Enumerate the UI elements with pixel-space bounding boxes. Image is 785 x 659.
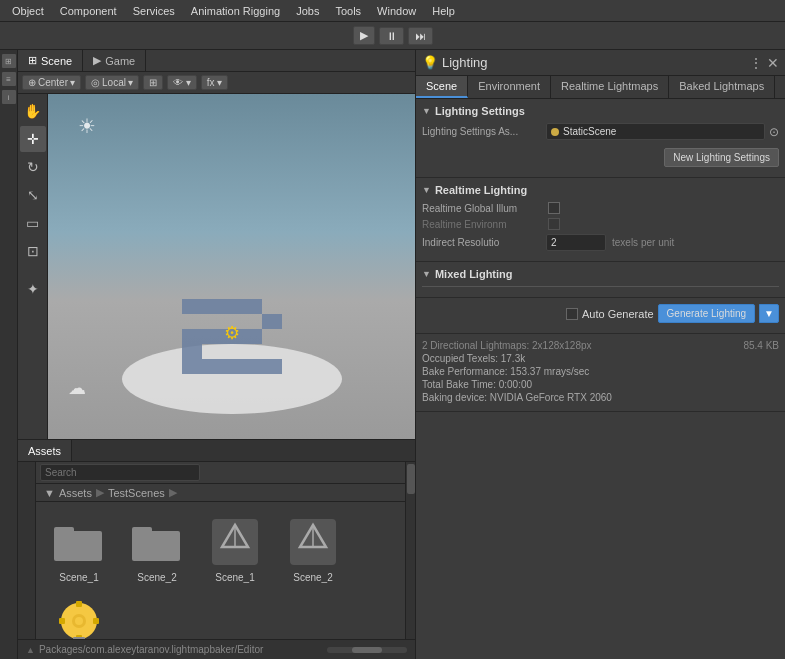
breadcrumb-assets[interactable]: Assets xyxy=(59,487,92,499)
asset-scene2-unity[interactable]: Scene_2 xyxy=(278,510,348,587)
ltab-realtime-lightmaps[interactable]: Realtime Lightmaps xyxy=(551,76,669,98)
lighting-panel-header: 💡 Lighting ⋮ ✕ xyxy=(416,50,785,76)
panel-menu-btn[interactable]: ⋮ xyxy=(749,55,763,71)
auto-generate-checkbox[interactable] xyxy=(566,308,578,320)
svg-rect-2 xyxy=(202,299,222,314)
cloud-icon: ☁ xyxy=(68,377,86,399)
menu-jobs[interactable]: Jobs xyxy=(288,3,327,19)
center-selector[interactable]: ⊕ Center ▾ xyxy=(22,75,81,90)
asset-staticscene[interactable]: StaticScene xyxy=(44,595,114,639)
vertical-tools: ✋ ✛ ↻ ⤡ ▭ ⊡ ✦ xyxy=(18,94,48,439)
realtime-header-label: Realtime Lighting xyxy=(435,184,527,196)
play-button[interactable]: ▶ xyxy=(353,26,375,45)
realtime-environ-row: Realtime Environm xyxy=(422,218,779,230)
lighting-asset-row: Lighting Settings As... StaticScene ⊙ xyxy=(422,123,779,140)
custom-tool[interactable]: ✦ xyxy=(20,276,46,302)
realtime-environ-checkbox[interactable] xyxy=(548,218,560,230)
svg-rect-10 xyxy=(182,344,202,359)
svg-rect-9 xyxy=(242,329,262,344)
panel-close-btn[interactable]: ✕ xyxy=(767,55,779,71)
center-icon: ⊕ xyxy=(28,77,36,88)
lighting-title: Lighting xyxy=(442,55,488,70)
asset-label-2: Scene_1 xyxy=(215,572,254,583)
svg-rect-6 xyxy=(182,329,202,344)
render-mode-button[interactable]: 👁 ▾ xyxy=(167,75,197,90)
realtime-header[interactable]: ▼ Realtime Lighting xyxy=(422,184,779,196)
breadcrumb-collapse[interactable]: ▼ xyxy=(44,487,55,499)
svg-rect-15 xyxy=(262,359,282,374)
svg-rect-11 xyxy=(182,359,202,374)
rect-tool[interactable]: ▭ xyxy=(20,210,46,236)
realtime-global-label: Realtime Global Illum xyxy=(422,203,542,214)
lighting-settings-header[interactable]: ▼ Lighting Settings xyxy=(422,105,779,117)
svg-rect-13 xyxy=(222,359,242,374)
svg-rect-19 xyxy=(132,531,180,561)
new-lighting-btn[interactable]: New Lighting Settings xyxy=(664,148,779,167)
svg-rect-31 xyxy=(76,601,82,607)
menu-animation-rigging[interactable]: Animation Rigging xyxy=(183,3,288,19)
ltab-environment[interactable]: Environment xyxy=(468,76,551,98)
asset-scene1-unity[interactable]: Scene_1 xyxy=(200,510,270,587)
asset-picker-btn[interactable]: ⊙ xyxy=(769,125,779,139)
rotate-tool[interactable]: ↻ xyxy=(20,154,46,180)
asset-label-0: Scene_1 xyxy=(59,572,98,583)
scene-svg: ⚙ xyxy=(122,239,342,419)
breadcrumb-testscenes[interactable]: TestScenes xyxy=(108,487,165,499)
move-tool[interactable]: ✛ xyxy=(20,126,46,152)
packages-collapse-btn[interactable]: ▲ xyxy=(26,645,35,655)
game-tab-icon: ▶ xyxy=(93,54,101,67)
ltab-baked-lightmaps[interactable]: Baked Lightmaps xyxy=(669,76,775,98)
sidebar-icon-layer[interactable]: ≡ xyxy=(2,72,16,86)
svg-rect-14 xyxy=(242,359,262,374)
mixed-header[interactable]: ▼ Mixed Lighting xyxy=(422,268,779,280)
sidebar-icon-info[interactable]: i xyxy=(2,90,16,104)
settings-triangle: ▼ xyxy=(422,106,431,116)
baking-device: Baking device: NVIDIA GeForce RTX 2060 xyxy=(422,392,779,403)
menu-component[interactable]: Component xyxy=(52,3,125,19)
lighting-asset-value[interactable]: StaticScene xyxy=(546,123,765,140)
lighting-panel-title: 💡 Lighting xyxy=(422,55,749,70)
scale-tool[interactable]: ⤡ xyxy=(20,182,46,208)
search-input[interactable] xyxy=(40,464,200,481)
realtime-environ-label: Realtime Environm xyxy=(422,219,542,230)
menu-tools[interactable]: Tools xyxy=(327,3,369,19)
search-bar xyxy=(36,462,405,484)
realtime-lighting-section: ▼ Realtime Lighting Realtime Global Illu… xyxy=(416,178,785,262)
local-selector[interactable]: ◎ Local ▾ xyxy=(85,75,139,90)
indirect-res-input[interactable] xyxy=(546,234,606,251)
indirect-res-row: Indirect Resolutio texels per unit xyxy=(422,234,779,251)
unity-svg-2 xyxy=(288,517,338,567)
realtime-global-row: Realtime Global Illum xyxy=(422,202,779,214)
local-label: Local xyxy=(102,77,126,88)
scene-toolbar: ⊕ Center ▾ ◎ Local ▾ ⊞ 👁 ▾ fx ▾ xyxy=(18,72,415,94)
sidebar-icon-grid[interactable]: ⊞ xyxy=(2,54,16,68)
grid-button[interactable]: ⊞ xyxy=(143,75,163,90)
step-button[interactable]: ⏭ xyxy=(408,27,433,45)
asset-scene2-folder[interactable]: Scene_2 xyxy=(122,510,192,587)
h-scroll-thumb[interactable] xyxy=(352,647,382,653)
staticscene-icon xyxy=(51,599,107,639)
scroll-thumb[interactable] xyxy=(407,464,415,494)
tab-game[interactable]: ▶ Game xyxy=(83,50,146,71)
mixed-lighting-section: ▼ Mixed Lighting xyxy=(416,262,785,298)
menu-help[interactable]: Help xyxy=(424,3,463,19)
asset-scene1-folder[interactable]: Scene_1 xyxy=(44,510,114,587)
svg-rect-4 xyxy=(242,299,262,314)
generate-arrow-btn[interactable]: ▼ xyxy=(759,304,779,323)
center-chevron: ▾ xyxy=(70,77,75,88)
realtime-global-checkbox[interactable] xyxy=(548,202,560,214)
transform-tool[interactable]: ⊡ xyxy=(20,238,46,264)
hand-tool[interactable]: ✋ xyxy=(20,98,46,124)
pause-button[interactable]: ⏸ xyxy=(379,27,404,45)
tab-scene[interactable]: ⊞ Scene xyxy=(18,50,83,71)
generate-lighting-btn[interactable]: Generate Lighting xyxy=(658,304,756,323)
bottom-scroll[interactable] xyxy=(405,462,415,639)
menu-window[interactable]: Window xyxy=(369,3,424,19)
tab-assets[interactable]: Assets xyxy=(18,440,72,461)
menu-services[interactable]: Services xyxy=(125,3,183,19)
viewport[interactable]: ☀ xyxy=(48,94,415,439)
menu-object[interactable]: Object xyxy=(4,3,52,19)
fx-button[interactable]: fx ▾ xyxy=(201,75,229,90)
scene-content: ✋ ✛ ↻ ⤡ ▭ ⊡ ✦ ☀ xyxy=(18,94,415,439)
ltab-scene[interactable]: Scene xyxy=(416,76,468,98)
